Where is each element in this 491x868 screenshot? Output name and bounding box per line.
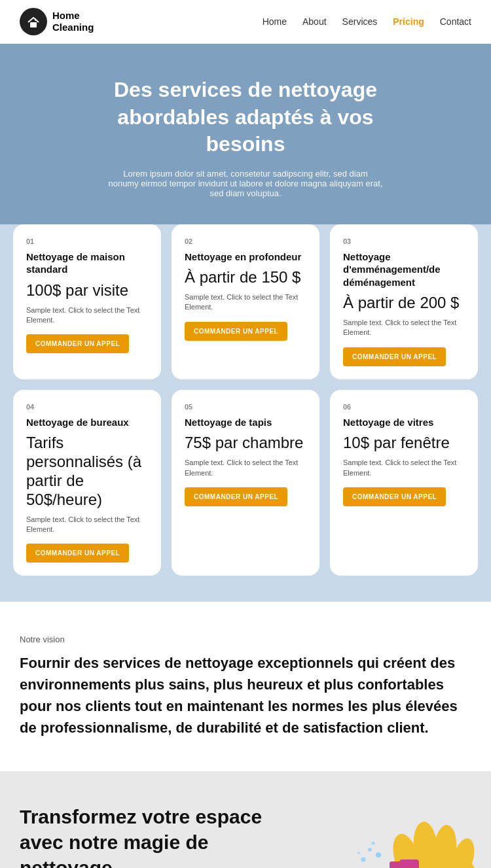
card-number-1: 01 [26, 237, 148, 245]
nav-about[interactable]: About [302, 16, 327, 27]
logo-text: Home Cleaning [52, 10, 94, 33]
service-card-6: 06 Nettoyage de vitres 10$ par fenêtre S… [330, 390, 478, 576]
cta-title: Transformez votre espace avec notre magi… [20, 804, 295, 868]
card-desc-4: Sample text. Click to select the Text El… [26, 515, 148, 535]
home-cleaning-icon [25, 13, 42, 30]
logo: Home Cleaning [20, 8, 94, 35]
svg-point-11 [376, 852, 381, 858]
service-card-1: 01 Nettoyage de maison standard 100$ par… [13, 224, 161, 379]
card-title-4: Nettoyage de bureaux [26, 416, 148, 429]
service-card-3: 03 Nettoyage d'emménagement/de déménagem… [330, 224, 478, 379]
service-card-4: 04 Nettoyage de bureaux Tarifs personnal… [13, 390, 161, 576]
spray-svg [301, 784, 491, 868]
card-desc-6: Sample text. Click to select the Text El… [343, 458, 465, 478]
vision-text: Fournir des services de nettoyage except… [20, 652, 471, 738]
cards-section: 01 Nettoyage de maison standard 100$ par… [0, 224, 491, 602]
card-desc-3: Sample text. Click to select the Text El… [343, 318, 465, 338]
cta-section: Transformez votre espace avec notre magi… [0, 771, 491, 868]
hero-title: Des services de nettoyage abordables ada… [75, 77, 416, 158]
navbar: Home Cleaning Home About Services Pricin… [0, 0, 491, 44]
nav-contact[interactable]: Contact [440, 16, 471, 27]
nav-pricing[interactable]: Pricing [393, 16, 424, 27]
card-btn-1[interactable]: COMMANDER UN APPEL [26, 334, 129, 353]
card-btn-3[interactable]: COMMANDER UN APPEL [343, 347, 446, 366]
svg-point-12 [368, 848, 372, 852]
svg-point-14 [372, 842, 375, 845]
svg-point-15 [357, 852, 360, 854]
nav-services[interactable]: Services [342, 16, 378, 27]
card-title-2: Nettoyage en profondeur [185, 251, 306, 264]
logo-icon [20, 8, 47, 35]
vision-label: Notre vision [20, 634, 471, 644]
spray-bottle-illustration [301, 784, 491, 868]
card-price-1: 100$ par visite [26, 281, 148, 300]
card-price-3: À partir de 200 $ [343, 294, 465, 313]
vision-section: Notre vision Fournir des services de net… [0, 602, 491, 771]
card-btn-2[interactable]: COMMANDER UN APPEL [185, 322, 287, 341]
card-price-4: Tarifs personnalisés (à partir de 50$/he… [26, 434, 148, 509]
card-title-1: Nettoyage de maison standard [26, 251, 148, 276]
card-title-3: Nettoyage d'emménagement/de déménagement [343, 251, 465, 289]
card-desc-1: Sample text. Click to select the Text El… [26, 305, 148, 326]
card-number-4: 04 [26, 403, 148, 411]
card-desc-2: Sample text. Click to select the Text El… [185, 292, 306, 313]
cta-content: Transformez votre espace avec notre magi… [20, 804, 295, 868]
nav-links: Home About Services Pricing Contact [263, 16, 471, 27]
service-card-5: 05 Nettoyage de tapis 75$ par chambre Sa… [172, 390, 319, 576]
card-number-3: 03 [343, 237, 465, 245]
card-price-6: 10$ par fenêtre [343, 434, 465, 453]
card-price-2: À partir de 150 $ [185, 268, 306, 287]
card-title-5: Nettoyage de tapis [185, 416, 306, 429]
card-number-6: 06 [343, 403, 465, 411]
card-price-5: 75$ par chambre [185, 434, 306, 453]
card-btn-6[interactable]: COMMANDER UN APPEL [343, 487, 446, 506]
card-number-5: 05 [185, 403, 306, 411]
nav-home[interactable]: Home [263, 16, 287, 27]
card-btn-4[interactable]: COMMANDER UN APPEL [26, 544, 129, 563]
svg-rect-10 [390, 861, 403, 868]
svg-point-13 [361, 858, 366, 862]
cards-grid: 01 Nettoyage de maison standard 100$ par… [13, 224, 478, 576]
card-title-6: Nettoyage de vitres [343, 416, 465, 429]
svg-rect-1 [30, 22, 37, 27]
card-desc-5: Sample text. Click to select the Text El… [185, 458, 306, 478]
service-card-2: 02 Nettoyage en profondeur À partir de 1… [172, 224, 319, 379]
card-number-2: 02 [185, 237, 306, 245]
hero-description: Lorem ipsum dolor sit amet, consetetur s… [108, 169, 383, 198]
card-btn-5[interactable]: COMMANDER UN APPEL [185, 487, 287, 506]
